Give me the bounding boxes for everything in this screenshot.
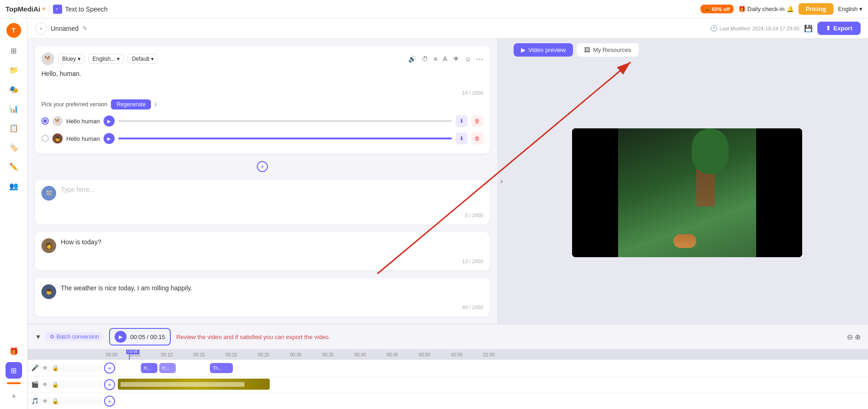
version-row-1: 🐕 Hello human ▶ ⬇ 🗑 [41,112,483,130]
audio-chip-H2[interactable]: H... [159,363,176,373]
voice-style-dropdown[interactable]: Default ▾ [127,54,158,64]
audio-chip-H1[interactable]: H... [141,363,157,373]
tab-video-preview[interactable]: ▶ Video preview [514,43,573,57]
track-content-music [118,393,868,409]
track-lock-icon-video[interactable]: 🔒 [52,381,59,388]
more-options-icon[interactable]: ⋯ [476,55,483,63]
track-eye-icon-video[interactable]: 👁 [41,381,49,388]
video-camera-icon: 🎬 [31,381,39,388]
version-delete-2[interactable]: 🗑 [471,132,483,144]
timeline-track-music: 🎵 👁 🔒 + [28,393,868,409]
empty-card-content: Type here... 0 / 2000 [61,186,483,218]
export-icon: ⬆ [826,25,831,32]
music-note-icon: 🎵 [31,397,39,404]
track-content-video: ▓▓▓▓▓▓▓▓▓▓▓▓▓▓▓▓▓▓▓▓▓▓▓▓▓▓▓▓▓▓▓▓▓▓▓▓▓▓▓▓… [118,376,868,392]
version-download-1[interactable]: ⬇ [456,115,468,127]
track-lock-icon-audio[interactable]: 🔒 [52,364,59,372]
sidebar-item-pen[interactable]: ✏️ [6,158,22,175]
sidebar-item-grid-active[interactable]: ⊞ [6,362,22,379]
regenerate-button[interactable]: Regenerate [111,99,151,109]
eye-icon[interactable]: 👁 [452,54,460,63]
version-radio-1[interactable] [41,117,49,125]
daily-check-button[interactable]: 🎁 Daily check-in 🔔 [738,6,794,12]
version-name-2: Hello human [66,135,100,142]
voice-text-input-2[interactable]: Type here... [61,186,144,209]
voice-avatar-2-main: 🐺 [41,186,56,201]
voice-avatar-4-main: 👦 [41,284,56,299]
ruler-mark-25: 00:25 [258,352,269,357]
voice-text-input-3[interactable]: How is today? [61,238,483,255]
navbar: TopMediAi ® T Text to Speech 🎃 60% off 🎁… [0,0,868,18]
voice-name-dropdown[interactable]: Bluey ▾ [58,54,85,64]
voice-text-input-4[interactable]: The weather is nice today, I am rolling … [61,284,483,301]
version-label: Pick your preferred version Regenerate ℹ [41,99,483,109]
emoji-icon[interactable]: ☺ [464,54,472,63]
ruler-mark-30: 00:30 [290,352,301,357]
version-radio-2[interactable] [41,135,49,142]
video-content [618,128,756,257]
sidebar-item-folder[interactable]: 📁 [6,62,22,78]
track-add-video[interactable]: + [104,379,115,390]
tab-my-resources[interactable]: 🖼 My Resources [577,43,638,57]
voice-card-3: 👩 How is today? 13 / 2000 [35,232,490,271]
track-eye-icon-music[interactable]: 👁 [41,397,49,405]
version-play-1[interactable]: ▶ [104,115,115,127]
speed-icon[interactable]: ⏱ [421,54,429,63]
batch-conversion-button[interactable]: ⚙ Batch conversion [45,332,104,341]
video-tab-icon: ▶ [521,46,526,53]
app-name-area: T Text to Speech [53,5,108,14]
voice-card-header-1: 🐕 Bluey ▾ English... ▾ Default ▾ 🔊 ⏱ [41,52,483,65]
sidebar-item-sticker[interactable]: 🏷️ [6,139,22,156]
video-frame [572,128,802,257]
sidebar-item-users[interactable]: 👥 [6,178,22,194]
version-delete-1[interactable]: 🗑 [471,115,483,127]
audio-chip-Th[interactable]: Th... [210,363,233,373]
track-eye-icon-audio[interactable]: 👁 [41,364,49,372]
card3-content: How is today? 13 / 2000 [61,238,483,264]
zoom-out-button[interactable]: ⊖ [847,333,853,341]
pricing-button[interactable]: Pricing [799,3,833,15]
ruler-mark-60: 01:00 [483,352,495,357]
collapse-panel-button[interactable]: › [497,39,506,324]
version-download-2[interactable]: ⬇ [456,132,468,144]
video-inner [572,128,802,257]
sidebar-item-plus[interactable]: ＋ [6,388,22,404]
export-button[interactable]: ⬆ Export [817,22,861,35]
sidebar-item-gift[interactable]: 🎁 [6,343,22,359]
batch-icon: ⚙ [50,334,55,340]
version-name-1: Hello human [66,118,100,125]
user-avatar[interactable]: T [6,23,21,38]
sidebar-item-home[interactable]: ⊞ [6,42,22,59]
voice-card-1: 🐕 Bluey ▾ English... ▾ Default ▾ 🔊 ⏱ [35,46,490,154]
font-icon[interactable]: A [442,54,448,63]
sidebar-divider [7,382,21,384]
add-block-button-1[interactable]: + [257,161,268,172]
voice-text-input-1[interactable]: Hello, human. [41,70,483,86]
info-icon[interactable]: ℹ [155,101,157,108]
language-selector[interactable]: English ▾ [838,6,862,12]
track-lock-icon-music[interactable]: 🔒 [52,397,59,405]
sidebar-item-layers[interactable]: 📋 [6,120,22,136]
left-sidebar: T ⊞ 📁 🎭 📊 📋 🏷️ ✏️ 👥 🎁 ⊞ ＋ [0,18,28,409]
equalizer-icon[interactable]: ≡ [433,54,438,63]
halloween-badge[interactable]: 🎃 60% off [700,5,734,13]
sidebar-item-analytics[interactable]: 📊 [6,100,22,117]
play-time-box[interactable]: ▶ 00:05 / 00:15 [109,328,171,346]
edit-project-name-icon[interactable]: ✎ [82,25,87,32]
track-add-music[interactable]: + [104,396,115,407]
zoom-in-button[interactable]: ⊕ [855,333,861,341]
back-button[interactable]: ‹ [35,23,47,35]
track-add-audio[interactable]: + [104,363,115,374]
video-clip-main[interactable]: ▓▓▓▓▓▓▓▓▓▓▓▓▓▓▓▓▓▓▓▓▓▓▓▓▓▓▓▓▓▓▓▓▓▓▓▓▓▓▓▓… [118,379,270,390]
zoom-controls: ⊖ ⊕ [847,333,861,341]
sidebar-item-voice[interactable]: 🎭 [6,81,22,98]
preview-video-area [506,61,868,324]
collapse-timeline-button[interactable]: ▼ [35,333,41,340]
main-play-button[interactable]: ▶ [115,331,127,343]
voice-lang-dropdown[interactable]: English... ▾ [88,54,124,64]
version-play-2[interactable]: ▶ [104,133,115,144]
ruler-mark-50: 00:50 [419,352,430,357]
volume-icon[interactable]: 🔊 [407,54,417,63]
version-audio-bar-1 [118,120,452,122]
save-icon[interactable]: 💾 [804,24,813,33]
